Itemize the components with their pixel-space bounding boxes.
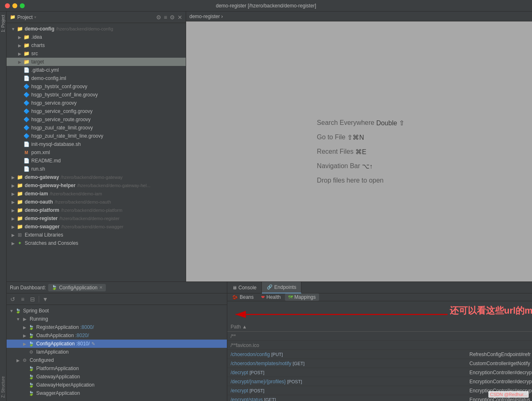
- run-port[interactable]: :8010/: [75, 341, 90, 347]
- console-tab[interactable]: 🖥 Console: [227, 282, 262, 293]
- collapse-btn[interactable]: ⊟: [28, 295, 37, 304]
- mappings-tab-label: Mappings: [294, 294, 316, 300]
- mapping-row-decrypt-name[interactable]: /decrypt/{name}/{profiles} [POST] Encryp…: [227, 377, 532, 386]
- tree-item-gitlab-ci[interactable]: 📄 .gitlab-ci.yml: [7, 66, 186, 74]
- project-tree: ▼ 📁 demo-config /hzero/backend/demo-conf…: [7, 23, 186, 281]
- tree-item-demo-gateway-helper[interactable]: ▶ 📁 demo-gateway-helper /hzero/backend/d…: [7, 181, 186, 190]
- tree-item-init-mysql[interactable]: 📄 init-mysql-database.sh: [7, 140, 186, 148]
- hint-drop-files: Drop files here to open: [317, 177, 404, 184]
- mapping-row-decrypt[interactable]: /decrypt [POST] EncryptionController#dec…: [227, 368, 532, 377]
- tree-arrow: ▶: [21, 333, 28, 338]
- settings-icon[interactable]: ⚙: [170, 14, 175, 21]
- tree-item-demo-oauth[interactable]: ▶ 📁 demo-oauth /hzero/backend/demo-oauth: [7, 198, 186, 206]
- mapping-row-encrypt-status[interactable]: /encrypt/status [GET] EncryptionControll…: [227, 395, 532, 401]
- tree-item-groovy6[interactable]: 🔷 hsgp_zuul_rate_limit.groovy: [7, 124, 186, 132]
- mapping-row-choerodon-notify[interactable]: /choerodon/templates/notify [GET] Custom…: [227, 359, 532, 368]
- mapping-row-favicon[interactable]: /**favicon.ico: [227, 341, 532, 350]
- tree-item-scratches[interactable]: ▶ ✦ Scratches and Consoles: [7, 239, 186, 247]
- tree-arrow: ▶: [10, 175, 16, 180]
- run-port[interactable]: :8020/: [74, 333, 89, 338]
- tree-label: demo-swagger: [25, 224, 60, 230]
- tree-item-pom[interactable]: M pom.xml: [7, 148, 186, 157]
- tree-item-charts[interactable]: ▶ 📁 charts: [7, 41, 186, 49]
- filter-btn[interactable]: ▼: [41, 295, 50, 304]
- close-icon[interactable]: ✕: [177, 14, 182, 21]
- tree-item-readme[interactable]: 📄 README.md: [7, 157, 186, 165]
- spring-boot-item[interactable]: ▼ 🍃 Spring Boot: [7, 307, 227, 315]
- sync-icon[interactable]: ⚙: [156, 14, 161, 21]
- path-header[interactable]: Path ▲: [231, 324, 469, 330]
- maximize-button[interactable]: [20, 3, 25, 8]
- hint-label: Drop files here to open: [317, 177, 384, 184]
- tree-item-runsh[interactable]: 📄 run.sh: [7, 165, 186, 173]
- tree-item-demo-config[interactable]: ▼ 📁 demo-config /hzero/backend/demo-conf…: [7, 25, 186, 33]
- tree-label: demo-gateway-helper: [25, 183, 75, 188]
- tree-arrow: ▶: [21, 325, 28, 330]
- config-app-item[interactable]: ▶ 🍃 ConfigApplication :8010/ ✎: [7, 340, 227, 348]
- project-panel-title: 📁 Project ▾: [10, 14, 154, 20]
- tree-item-groovy2[interactable]: 🔷 hsgp_hystrix_conf_line.groovy: [7, 91, 186, 99]
- tree-label: src: [31, 51, 38, 56]
- tree-path: /hzero/backend/demo-gateway-hel...: [77, 183, 150, 188]
- mappings-tab[interactable]: 🗺 Mappings: [285, 293, 319, 301]
- structure-label[interactable]: Z: Structure: [1, 376, 5, 398]
- project-tab-label[interactable]: 1: Project: [0, 12, 6, 35]
- mapping-row-all[interactable]: /**: [227, 332, 532, 341]
- endpoints-tab[interactable]: 🔗 Endpoints: [262, 282, 301, 293]
- run-port[interactable]: :8000/: [79, 324, 94, 330]
- annotation-text: 还可以看这些url的mapping: [450, 305, 532, 317]
- layout-icon[interactable]: ≡: [164, 14, 167, 21]
- tree-item-demo-platform[interactable]: ▶ 📁 demo-platform /hzero/backend/demo-pl…: [7, 206, 186, 214]
- tree-item-groovy7[interactable]: 🔷 hsgp_zuul_rate_limit_line.groovy: [7, 132, 186, 140]
- tree-arrow: ▶: [16, 60, 23, 64]
- tree-item-groovy5[interactable]: 🔷 hsgp_service_route.groovy: [7, 115, 186, 124]
- tree-item-idea[interactable]: ▶ 📁 .idea: [7, 33, 186, 41]
- mappings-content: 还可以看这些url的mapping Path ▲: [227, 301, 532, 401]
- tree-item-demo-swagger[interactable]: ▶ 📁 demo-swagger /hzero/backend/demo-swa…: [7, 223, 186, 231]
- configured-group[interactable]: ▶ ⚙ Configured: [7, 356, 227, 364]
- mapping-row-encrypt[interactable]: /encrypt [POST] EncryptionController#enc…: [227, 386, 532, 395]
- iam-app-item[interactable]: ⚙ IamApplication: [7, 348, 227, 356]
- oauth-app-item[interactable]: ▶ 🍃 OauthApplication :8020/: [7, 331, 227, 340]
- tree-arrow: ▶: [21, 342, 28, 346]
- tree-item-groovy3[interactable]: 🔷 hsgp_service.groovy: [7, 99, 186, 107]
- minimize-button[interactable]: [12, 3, 17, 8]
- refresh-btn[interactable]: ↺: [8, 295, 17, 304]
- tree-arrow: ▶: [16, 52, 23, 56]
- run-toolbar: ↺ ≡ ⊟ ▼: [7, 293, 227, 305]
- config-app-tab[interactable]: 🍃 ConfigApplication ✕: [48, 284, 105, 291]
- gateway-app-item[interactable]: 🍃 GatewayApplication: [7, 373, 227, 381]
- endpoints-panel: 🖥 Console 🔗 Endpoints 🫘 Beans: [227, 282, 532, 401]
- platform-app-item[interactable]: 🍃 PlatformApplication: [7, 364, 227, 373]
- window-controls[interactable]: [5, 3, 25, 8]
- tree-item-groovy1[interactable]: 🔷 hsgp_hystrix_conf.groovy: [7, 82, 186, 91]
- groovy-icon: 🔷: [23, 116, 30, 123]
- config-icon: ⚙: [21, 357, 28, 363]
- running-group[interactable]: ▼ ▶ Running: [7, 315, 227, 323]
- tree-item-demo-register[interactable]: ▶ 📁 demo-register /hzero/backend/demo-re…: [7, 214, 186, 223]
- tree-item-demo-config-iml[interactable]: 📄 demo-config.iml: [7, 74, 186, 82]
- tree-label: hsgp_zuul_rate_limit_line.groovy: [31, 133, 103, 139]
- iml-icon: 📄: [23, 75, 30, 82]
- tree-item-demo-iam[interactable]: ▶ 📁 demo-iam /hzero/backend/demo-iam: [7, 190, 186, 198]
- expand-all-btn[interactable]: ≡: [18, 295, 27, 304]
- tree-item-external-libs[interactable]: ▶ ⊞ External Libraries: [7, 231, 186, 239]
- close-button[interactable]: [5, 3, 10, 8]
- tree-label: init-mysql-database.sh: [31, 141, 81, 147]
- tree-item-src[interactable]: ▶ 📁 src: [7, 49, 186, 58]
- mapping-path: /choerodon/config [PUT]: [231, 352, 469, 357]
- gateway-helper-app-item[interactable]: 🍃 GatewayHelperApplication: [7, 381, 227, 389]
- beans-tab[interactable]: 🫘 Beans: [229, 293, 257, 301]
- mapping-row-choerodon-config[interactable]: /choerodon/config [PUT] RefreshConfigEnd…: [227, 350, 532, 359]
- health-tab[interactable]: ❤ Health: [258, 293, 284, 301]
- tree-label: demo-gateway: [25, 174, 59, 180]
- tree-item-target[interactable]: ▶ 📁 target: [7, 58, 186, 66]
- swagger-app-item[interactable]: 🍃 SwaggerApplication: [7, 389, 227, 397]
- tree-item-groovy4[interactable]: 🔷 hsgp_service_config.groovy: [7, 107, 186, 115]
- run-tab-label: ConfigApplication: [59, 285, 97, 291]
- run-label: SwaggerApplication: [36, 390, 80, 396]
- register-app-item[interactable]: ▶ 🍃 RegisterApplication :8000/: [7, 323, 227, 331]
- editor-main: Search Everywhere Double ⇧ Go to File ⇧⌘…: [186, 21, 532, 281]
- tree-item-demo-gateway[interactable]: ▶ 📁 demo-gateway /hzero/backend/demo-gat…: [7, 173, 186, 181]
- folder-icon: 📁: [16, 26, 23, 32]
